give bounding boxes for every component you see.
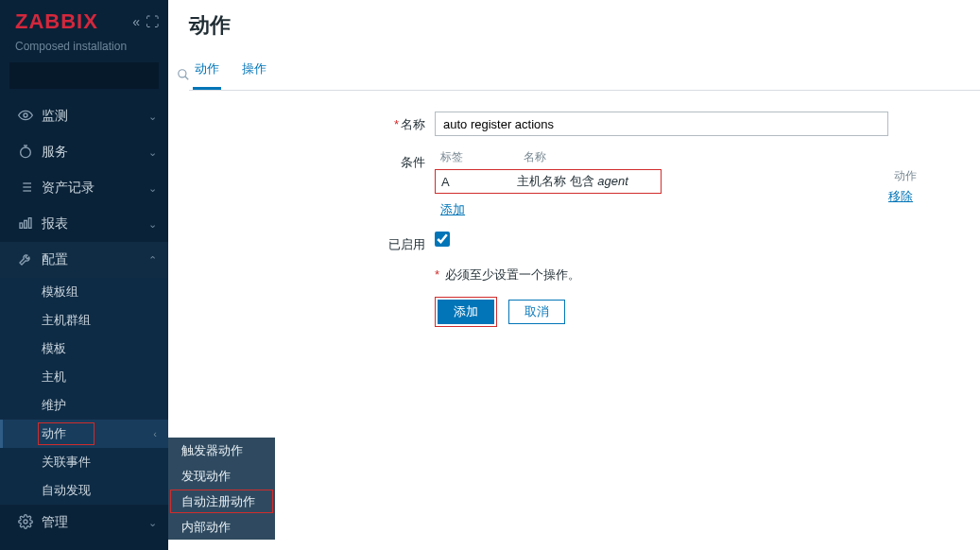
sub-templates[interactable]: 模板 [0, 335, 168, 363]
search-icon[interactable] [177, 68, 190, 84]
logo: ZABBIX [15, 9, 127, 34]
nav-config[interactable]: 配置 ⌃ [0, 242, 168, 278]
tab-operation[interactable]: 操作 [240, 53, 268, 90]
name-input[interactable] [435, 112, 888, 136]
tab-action[interactable]: 动作 [193, 53, 221, 90]
nav-admin[interactable]: 管理 ⌄ [0, 505, 168, 541]
svg-line-1 [185, 76, 189, 79]
sub-hosts[interactable]: 主机 [0, 363, 168, 391]
nav-admin-label: 管理 [42, 514, 148, 531]
remove-condition-link[interactable]: 移除 [888, 189, 913, 203]
chevron-down-icon: ⌄ [148, 182, 157, 195]
svg-rect-12 [20, 223, 23, 228]
main-content: 动作 动作 操作 *名称 条件 标签 名称 [168, 0, 980, 550]
chevron-down-icon: ⌄ [148, 517, 157, 529]
col-name: 名称 [524, 149, 888, 165]
fly-discovery-actions[interactable]: 发现动作 [168, 463, 275, 489]
nav-reports[interactable]: 报表 ⌄ [0, 206, 168, 242]
sub-actions-label: 动作 [42, 426, 66, 440]
svg-point-2 [24, 113, 27, 117]
label-conditions: 条件 [378, 149, 435, 171]
nav-inventory-label: 资产记录 [42, 180, 148, 197]
svg-rect-14 [28, 217, 31, 228]
search-box[interactable] [9, 62, 159, 89]
label-name: *名称 [378, 112, 435, 133]
fly-internal-actions[interactable]: 内部动作 [168, 514, 275, 540]
chevron-up-icon: ⌃ [148, 254, 157, 266]
sub-discovery[interactable]: 自动发现 [0, 476, 168, 505]
sub-maintenance[interactable]: 维护 [0, 391, 168, 420]
sidebar: ZABBIX « ⛶ Composed installation 监测 ⌄ 服务… [0, 0, 168, 550]
stopwatch-icon [15, 144, 36, 162]
condition-name: 主机名称 包含 agent [517, 173, 655, 190]
enabled-checkbox[interactable] [435, 232, 450, 247]
nav-inventory[interactable]: 资产记录 ⌄ [0, 170, 168, 206]
validation-message: * 必须至少设置一个操作。 [435, 266, 580, 284]
page-title: 动作 [189, 11, 980, 40]
nav-config-label: 配置 [42, 251, 148, 268]
config-submenu: 模板组 主机群组 模板 主机 维护 动作‹ 关联事件 自动发现 [0, 278, 168, 505]
wrench-icon [15, 251, 36, 269]
chevron-left-icon: ‹ [153, 420, 157, 448]
svg-point-0 [179, 69, 186, 77]
col-tag: 标签 [440, 149, 524, 165]
bar-chart-icon [15, 215, 36, 233]
condition-tag: A [441, 175, 517, 189]
install-subtitle: Composed installation [0, 40, 168, 62]
search-input[interactable] [17, 69, 177, 83]
cancel-button[interactable]: 取消 [508, 300, 565, 324]
chevron-down-icon: ⌄ [148, 146, 157, 159]
gear-icon [15, 514, 36, 532]
list-icon [15, 180, 36, 198]
fly-trigger-actions[interactable]: 触发器动作 [168, 438, 275, 463]
nav-reports-label: 报表 [42, 215, 148, 232]
sub-actions[interactable]: 动作‹ [0, 420, 168, 448]
condition-row: A 主机名称 包含 agent [435, 169, 662, 194]
actions-flyout: 触发器动作 发现动作 自动注册动作 内部动作 [168, 438, 275, 540]
svg-point-3 [21, 147, 31, 158]
chevron-down-icon: ⌄ [148, 111, 157, 123]
expand-icon[interactable]: ⛶ [146, 14, 159, 29]
nav-services[interactable]: 服务 ⌄ [0, 134, 168, 170]
fly-autoreg-actions[interactable]: 自动注册动作 [168, 489, 275, 514]
nav-monitor-label: 监测 [42, 108, 148, 125]
svg-rect-13 [25, 220, 27, 228]
label-enabled: 已启用 [378, 232, 435, 253]
col-action: 动作 [894, 168, 949, 184]
eye-icon [15, 108, 36, 126]
svg-point-15 [24, 520, 27, 524]
action-form: *名称 条件 标签 名称 A 主机名称 包含 age [189, 91, 980, 327]
add-button[interactable]: 添加 [438, 300, 494, 324]
add-condition-link[interactable]: 添加 [440, 202, 465, 216]
sub-tpl-groups[interactable]: 模板组 [0, 278, 168, 306]
chevron-down-icon: ⌄ [148, 218, 157, 231]
nav-monitor[interactable]: 监测 ⌄ [0, 98, 168, 134]
sub-correlation[interactable]: 关联事件 [0, 448, 168, 476]
tabs: 动作 操作 [189, 53, 980, 91]
sub-host-groups[interactable]: 主机群组 [0, 306, 168, 335]
collapse-icon[interactable]: « [132, 14, 140, 29]
nav-services-label: 服务 [42, 144, 148, 161]
